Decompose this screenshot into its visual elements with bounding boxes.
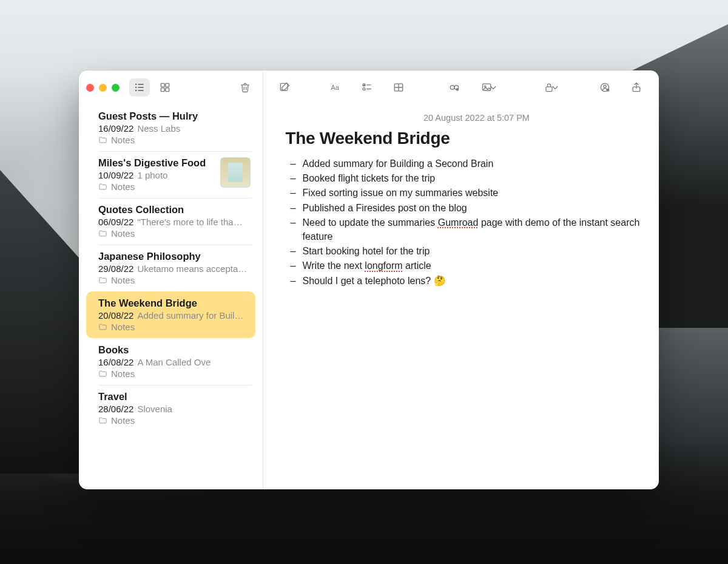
svg-rect-7 — [166, 83, 169, 87]
note-thumbnail — [220, 157, 251, 188]
close-window-button[interactable] — [86, 84, 94, 92]
note-list-item[interactable]: Guest Posts — Hulry 16/09/22Ness Labs No… — [79, 104, 263, 151]
svg-point-5 — [136, 90, 136, 91]
grid-icon — [159, 81, 171, 93]
note-content-area[interactable]: 20 August 2022 at 5:07 PM The Weekend Br… — [263, 104, 659, 489]
sidebar-toolbar — [79, 70, 263, 104]
note-preview: Slovenia — [137, 404, 172, 414]
list-item-text: Booked flight tickets for the trip — [302, 173, 435, 183]
svg-rect-12 — [281, 83, 288, 90]
note-subline: 29/08/22Uketamo means accepta… — [98, 263, 251, 274]
note-list-item-selected[interactable]: The Weekend Bridge 20/08/22Added summary… — [86, 291, 255, 338]
format-text-button[interactable]: Aa — [325, 78, 346, 97]
note-date: 16/09/22 — [98, 123, 133, 134]
note-subline: 16/09/22Ness Labs — [98, 123, 251, 134]
note-subline: 16/08/22A Man Called Ove — [98, 357, 251, 367]
link-button[interactable] — [444, 78, 465, 97]
note-date: 16/08/22 — [98, 357, 133, 367]
checklist-button[interactable] — [357, 78, 377, 97]
table-button[interactable] — [388, 78, 409, 97]
note-folder-label: Notes — [111, 275, 135, 285]
note-subline: 06/09/22"There's more to life tha… — [98, 217, 251, 227]
link-icon — [448, 81, 460, 93]
note-list-item[interactable]: Japanese Philosophy 29/08/22Uketamo mean… — [79, 245, 263, 291]
desktop-wallpaper: Guest Posts — Hulry 16/09/22Ness Labs No… — [0, 0, 728, 564]
list-item[interactable]: Booked flight tickets for the trip — [285, 171, 659, 185]
list-item[interactable]: Should I get a telephoto lens? 🤔 — [285, 274, 659, 288]
note-body-list[interactable]: Added summary for Building a Second Brai… — [285, 157, 659, 288]
spellcheck-underline: Gumroad — [438, 217, 479, 228]
folder-icon — [98, 182, 107, 191]
list-icon — [133, 81, 146, 93]
spellcheck-underline: longform — [365, 260, 402, 271]
note-list-item[interactable]: Books 16/08/22A Man Called Ove Notes — [79, 338, 263, 385]
list-item-text: Write the next longform article — [302, 260, 431, 271]
note-list-item[interactable]: Miles's Digestive Food 10/09/221 photo N… — [79, 151, 263, 198]
note-date: 06/09/22 — [98, 217, 133, 227]
chevron-down-icon — [487, 81, 499, 93]
note-date: 20/08/22 — [98, 310, 133, 321]
note-title: Guest Posts — Hulry — [98, 110, 251, 122]
media-button[interactable] — [476, 78, 505, 97]
note-heading[interactable]: The Weekend Bridge — [285, 129, 659, 148]
list-item-text: Fixed sorting issue on my summaries webs… — [302, 188, 498, 198]
search-button[interactable] — [658, 78, 659, 97]
editor-toolbar: Aa — [263, 70, 659, 104]
note-folder-label: Notes — [111, 135, 135, 145]
note-preview: A Man Called Ove — [137, 357, 211, 367]
minimize-window-button[interactable] — [99, 84, 107, 92]
note-title: Travel — [98, 391, 251, 403]
list-item-text: Published a Firesides post on the blog — [302, 203, 467, 213]
folder-icon — [98, 369, 107, 378]
list-view-button[interactable] — [129, 78, 150, 97]
list-item[interactable]: Added summary for Building a Second Brai… — [285, 157, 659, 171]
note-title: Japanese Philosophy — [98, 251, 251, 262]
notes-list[interactable]: Guest Posts — Hulry 16/09/22Ness Labs No… — [79, 104, 263, 489]
note-title: Quotes Collection — [98, 204, 251, 216]
note-subline: 10/09/221 photo — [98, 170, 214, 180]
fullscreen-window-button[interactable] — [112, 84, 120, 92]
note-list-item[interactable]: Quotes Collection 06/09/22"There's more … — [79, 198, 263, 245]
lock-button[interactable] — [538, 78, 567, 97]
chevron-down-icon — [549, 81, 561, 93]
note-title: The Weekend Bridge — [98, 297, 243, 309]
new-note-button[interactable] — [274, 78, 295, 97]
list-item-text: Added summary for Building a Second Brai… — [302, 158, 493, 169]
list-item[interactable]: Write the next longform article — [285, 259, 659, 273]
text-format-icon: Aa — [329, 81, 342, 93]
notes-app-window: Guest Posts — Hulry 16/09/22Ness Labs No… — [79, 70, 659, 489]
note-folder-label: Notes — [111, 369, 135, 379]
note-timestamp: 20 August 2022 at 5:07 PM — [285, 113, 659, 123]
list-item[interactable]: Start booking hotel for the trip — [285, 244, 659, 258]
folder-icon — [98, 135, 107, 144]
collaborate-button[interactable] — [595, 78, 615, 97]
share-icon — [630, 81, 642, 93]
editor-pane: Aa 20 August 2022 at 5:07 PM The We — [263, 70, 659, 489]
note-date: 29/08/22 — [98, 263, 133, 274]
note-preview: 1 photo — [137, 170, 167, 180]
list-item-text: Start booking hotel for the trip — [302, 246, 430, 256]
grid-view-button[interactable] — [155, 78, 175, 97]
note-folder: Notes — [98, 322, 243, 332]
note-preview: Ness Labs — [137, 123, 180, 134]
note-list-item[interactable]: Travel 28/06/22Slovenia Notes — [79, 385, 263, 432]
note-date: 10/09/22 — [98, 170, 133, 180]
checklist-icon — [361, 81, 373, 93]
share-button[interactable] — [626, 78, 647, 97]
svg-rect-6 — [161, 83, 164, 87]
list-item[interactable]: Need to update the summaries Gumroad pag… — [285, 216, 659, 243]
window-controls — [86, 84, 120, 92]
list-item[interactable]: Published a Firesides post on the blog — [285, 201, 659, 215]
delete-note-button[interactable] — [235, 78, 255, 97]
compose-icon — [278, 81, 291, 93]
svg-point-16 — [363, 88, 366, 90]
list-item[interactable]: Fixed sorting issue on my summaries webs… — [285, 186, 659, 200]
svg-point-4 — [136, 87, 136, 88]
list-item-text: Should I get a telephoto lens? 🤔 — [302, 276, 445, 286]
svg-point-3 — [136, 84, 136, 85]
svg-text:Aa: Aa — [331, 84, 340, 91]
note-folder: Notes — [98, 182, 214, 192]
svg-rect-9 — [166, 88, 169, 92]
trash-icon — [239, 81, 251, 93]
note-subline: 20/08/22Added summary for Buil… — [98, 310, 243, 321]
